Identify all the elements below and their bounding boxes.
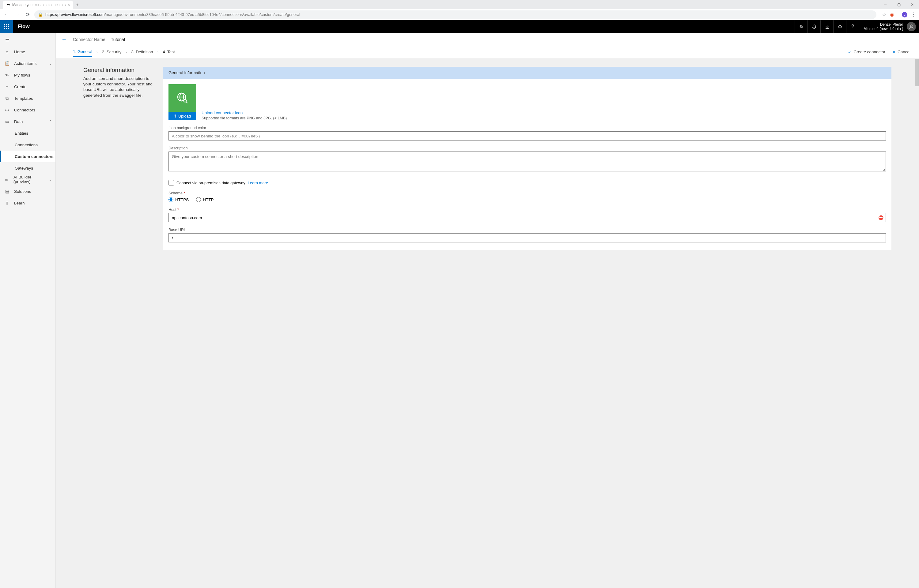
sidebar-sub-custom-connectors[interactable]: Custom connectors	[0, 150, 55, 162]
address-bar[interactable]: 🔒 https://preview.flow.microsoft.com/man…	[34, 10, 877, 19]
sidebar-item-ai-builder[interactable]: ∞ AI Builder (preview) ⌄	[0, 174, 55, 186]
window-close[interactable]: ✕	[906, 0, 919, 9]
gateway-label: Connect via on-premises data gateway	[177, 181, 245, 185]
browser-profile[interactable]: d	[902, 12, 908, 18]
url-host: https://preview.flow.microsoft.com	[45, 12, 105, 17]
bookmark-star-icon[interactable]: ☆	[882, 11, 886, 18]
sidebar-item-label: Home	[14, 50, 25, 54]
tab-close-icon[interactable]: ×	[67, 2, 70, 7]
chevron-right-icon: ›	[157, 50, 158, 54]
settings-gear-icon[interactable]: ⚙	[833, 20, 846, 33]
flow-icon: ↬	[4, 73, 10, 78]
icon-bg-input[interactable]	[169, 131, 886, 141]
connector-icon-preview	[169, 84, 196, 112]
sidebar-item-label: Templates	[14, 96, 33, 101]
user-info[interactable]: Denzel Pfeifer Microsoft (new default) (	[859, 20, 906, 33]
scheme-http-option[interactable]: HTTP	[196, 197, 214, 202]
sidebar-item-action-items[interactable]: 📋 Action items ⌄	[0, 58, 55, 69]
app-title: Flow	[18, 24, 30, 30]
chevron-right-icon: ›	[97, 50, 98, 54]
sidebar-item-label: Gateways	[15, 166, 33, 171]
http-label: HTTP	[203, 197, 214, 202]
sidebar-item-label: Learn	[14, 201, 25, 205]
learn-more-link[interactable]: Learn more	[248, 181, 268, 185]
sidebar-item-data[interactable]: ▭ Data ⌃	[0, 116, 55, 127]
https-radio[interactable]	[169, 197, 173, 202]
upload-hint: Supported file formats are PNG and JPG. …	[201, 116, 287, 120]
step-general[interactable]: 1. General	[73, 47, 92, 57]
browser-back[interactable]: ←	[3, 12, 10, 18]
smiley-feedback-icon[interactable]: ☺	[795, 20, 807, 33]
step-security[interactable]: 2. Security	[102, 47, 122, 57]
upload-connector-icon-link[interactable]: Upload connector icon	[201, 110, 243, 115]
browser-reload[interactable]: ⟳	[24, 11, 31, 18]
user-name: Denzel Pfeifer	[864, 23, 903, 27]
sidebar-sub-gateways[interactable]: Gateways	[0, 162, 55, 174]
icon-bg-label: Icon background color	[169, 126, 886, 130]
wizard-stepper: 1. General › 2. Security › 3. Definition…	[56, 46, 919, 58]
card-header: General information	[163, 67, 891, 79]
section-side-info: General information Add an icon and shor…	[83, 67, 154, 250]
scheme-https-option[interactable]: HTTPS	[169, 197, 189, 202]
window-maximize[interactable]: ▢	[892, 0, 906, 9]
sidebar-sub-entities[interactable]: Entities	[0, 127, 55, 139]
host-input[interactable]	[169, 213, 886, 222]
sidebar-item-connectors[interactable]: ⊶ Connectors	[0, 104, 55, 116]
user-avatar[interactable]	[907, 22, 916, 31]
upload-button[interactable]: ⤒ Upload	[169, 112, 196, 120]
upload-label: Upload	[178, 114, 191, 118]
sidebar-item-label: Create	[14, 84, 27, 89]
sidebar-item-label: Data	[14, 120, 23, 124]
http-radio[interactable]	[196, 197, 201, 202]
step-test[interactable]: 4. Test	[163, 47, 175, 57]
home-icon: ⌂	[4, 49, 10, 54]
tab-favicon	[6, 3, 10, 7]
connectors-icon: ⊶	[4, 107, 10, 112]
clipboard-icon: 📋	[4, 61, 10, 66]
new-tab-button[interactable]: +	[73, 1, 81, 9]
sidebar-item-my-flows[interactable]: ↬ My flows	[0, 69, 55, 81]
browser-menu-icon[interactable]: ⋮	[911, 11, 916, 18]
sidebar-item-label: Connections	[15, 143, 38, 147]
sidebar-item-label: Entities	[15, 131, 28, 136]
description-input[interactable]	[169, 152, 886, 171]
sidebar-item-home[interactable]: ⌂ Home	[0, 46, 55, 58]
window-minimize[interactable]: ─	[878, 0, 892, 9]
baseurl-input[interactable]	[169, 233, 886, 242]
host-label: Host	[169, 208, 177, 212]
sidebar-item-label: Action items	[14, 61, 37, 66]
sidebar-item-learn[interactable]: ▯ Learn	[0, 197, 55, 209]
sidebar-hamburger[interactable]: ☰	[0, 33, 55, 46]
scrollbar-track[interactable]	[915, 58, 919, 588]
content-area: ← Connector Name Tutorial 1. General › 2…	[56, 33, 919, 588]
notifications-icon[interactable]	[807, 20, 820, 33]
general-info-card: General information	[163, 67, 891, 250]
help-icon[interactable]: ?	[846, 20, 859, 33]
sidebar-item-solutions[interactable]: ▤ Solutions	[0, 186, 55, 197]
download-icon[interactable]	[820, 20, 833, 33]
sidebar-item-label: AI Builder (preview)	[13, 175, 45, 184]
step-definition[interactable]: 3. Definition	[131, 47, 153, 57]
extension-icon[interactable]: ◉	[890, 11, 894, 18]
scheme-label: Scheme	[169, 191, 183, 195]
cancel-button[interactable]: ✕ Cancel	[892, 50, 911, 55]
plus-icon: ＋	[4, 84, 10, 89]
gateway-checkbox[interactable]	[169, 180, 174, 186]
create-connector-button[interactable]: ✓ Create connector	[848, 50, 885, 55]
user-environment: Microsoft (new default) (	[864, 27, 903, 31]
templates-icon: ⧉	[4, 96, 10, 101]
scrollbar-thumb[interactable]	[915, 59, 919, 86]
sidebar-item-templates[interactable]: ⧉ Templates	[0, 92, 55, 104]
sidebar-item-label: My flows	[14, 73, 30, 78]
browser-forward[interactable]: →	[13, 12, 21, 18]
https-label: HTTPS	[175, 197, 189, 202]
baseurl-label: Base URL	[169, 228, 886, 232]
app-launcher[interactable]	[0, 20, 13, 33]
cancel-label: Cancel	[898, 50, 911, 54]
chevron-down-icon: ⌄	[49, 61, 52, 66]
sidebar-item-create[interactable]: ＋ Create	[0, 81, 55, 92]
sidebar-sub-connections[interactable]: Connections	[0, 139, 55, 150]
upload-icon: ⤒	[174, 114, 177, 118]
browser-tab[interactable]: Manage your custom connectors ×	[3, 1, 73, 9]
back-arrow-icon[interactable]: ←	[61, 36, 67, 43]
